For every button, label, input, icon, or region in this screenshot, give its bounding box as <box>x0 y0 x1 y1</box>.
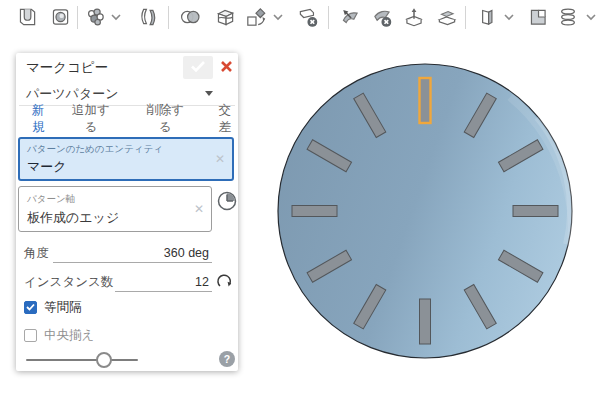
clear-axis-icon[interactable]: ✕ <box>194 202 204 216</box>
boolean-icon[interactable] <box>177 4 203 30</box>
app-window: マークコピー パーツパターン 新規 追加する 削除する 交差 パターンのため <box>0 0 600 400</box>
feature-toolbar <box>0 0 600 36</box>
toolbar-separator <box>168 6 169 29</box>
angle-label: 角度 <box>24 245 49 262</box>
pattern-mark-highlighted[interactable] <box>420 78 431 123</box>
toolbar-separator <box>328 6 329 29</box>
clear-entities-icon[interactable]: ✕ <box>215 152 225 166</box>
chevron-down-icon[interactable] <box>270 9 286 25</box>
pattern-axis-value: 板作成のエッジ <box>27 209 119 227</box>
angle-input[interactable]: 360 deg <box>53 243 212 263</box>
angle-value: 360 deg <box>164 246 209 260</box>
instance-count-input[interactable]: 12 <box>115 272 212 292</box>
hole-icon[interactable] <box>47 4 73 30</box>
toolbar-separator <box>465 6 466 29</box>
transform-icon[interactable] <box>243 4 269 30</box>
slider-thumb[interactable] <box>96 352 112 368</box>
pattern-mark[interactable] <box>420 299 431 344</box>
pattern-entities-field[interactable]: パターンのためのエンティティ マーク ✕ <box>18 137 234 181</box>
help-icon[interactable]: ? <box>219 351 235 367</box>
instance-count-row: インスタンス数 12 <box>24 271 230 293</box>
confirm-button[interactable] <box>183 56 213 79</box>
equal-spacing-checkbox[interactable]: 等間隔 <box>24 299 82 315</box>
instance-count-label: インスタンス数 <box>24 274 113 291</box>
toolbar-separator <box>77 6 78 29</box>
pattern-spheres-icon[interactable] <box>83 4 109 30</box>
offset-surface-icon[interactable] <box>434 4 460 30</box>
flange-icon[interactable] <box>474 4 500 30</box>
checkbox-checked-icon <box>24 301 37 314</box>
flip-direction-icon[interactable] <box>215 270 235 292</box>
move-face-icon[interactable] <box>337 4 363 30</box>
chevron-down-icon[interactable] <box>501 9 517 25</box>
pattern-entities-label: パターンのためのエンティティ <box>27 143 163 156</box>
angle-row: 角度 360 deg <box>24 242 230 264</box>
center-align-label: 中央揃え <box>44 327 94 344</box>
corner-plate-icon[interactable] <box>525 4 551 30</box>
dialog-title: マークコピー <box>26 59 108 77</box>
chevron-down-icon[interactable] <box>108 9 124 25</box>
pattern-axis-label: パターン軸 <box>27 193 75 206</box>
delete-part-icon[interactable] <box>295 4 321 30</box>
delete-face-icon[interactable] <box>369 4 395 30</box>
caret-down-icon <box>205 91 213 96</box>
pattern-entities-value: マーク <box>27 158 67 176</box>
dialog-header: マークコピー <box>16 53 238 80</box>
extrude-u-icon[interactable] <box>14 4 40 30</box>
dialog-tabs: 新規 追加する 削除する 交差 <box>16 106 238 134</box>
3d-viewport[interactable] <box>240 35 600 400</box>
cancel-button[interactable] <box>215 56 237 79</box>
feature-type-dropdown[interactable]: パーツパターン <box>19 80 235 106</box>
check-icon <box>190 60 206 76</box>
chevron-down-icon[interactable] <box>583 9 599 25</box>
opacity-slider[interactable] <box>26 351 156 369</box>
replace-face-icon[interactable] <box>401 4 427 30</box>
composite-plates-icon[interactable] <box>135 4 161 30</box>
instance-count-value: 12 <box>195 275 209 289</box>
slider-track[interactable] <box>26 359 138 361</box>
pattern-mark[interactable] <box>292 206 337 217</box>
circular-pattern-dialog: マークコピー パーツパターン 新規 追加する 削除する 交差 パターンのため <box>16 53 238 371</box>
equal-spacing-label: 等間隔 <box>44 299 82 316</box>
spring-icon[interactable] <box>555 4 581 30</box>
close-icon <box>220 60 233 76</box>
center-align-checkbox[interactable]: 中央揃え <box>24 327 94 343</box>
pattern-mark[interactable] <box>513 206 558 217</box>
final-clock-icon[interactable] <box>216 190 238 212</box>
checkbox-unchecked-icon <box>24 329 37 342</box>
split-icon[interactable] <box>212 4 238 30</box>
pattern-axis-field[interactable]: パターン軸 板作成のエッジ ✕ <box>18 186 212 232</box>
